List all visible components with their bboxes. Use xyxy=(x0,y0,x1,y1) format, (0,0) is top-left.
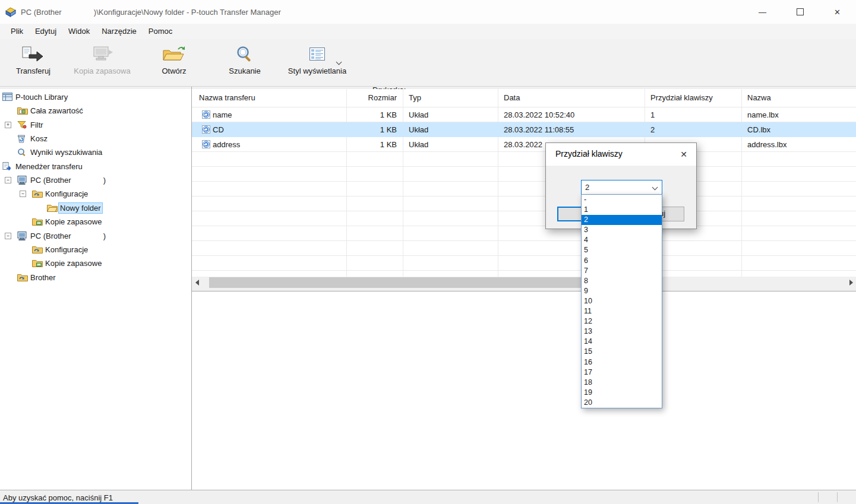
toolbar-button-transferuj[interactable]: Transferuj xyxy=(6,43,61,82)
backup-icon xyxy=(62,43,143,65)
menu-item-widok[interactable]: Widok xyxy=(62,24,96,39)
dropdown-option-2[interactable]: 2 xyxy=(582,215,662,225)
dropdown-option-5[interactable]: 5 xyxy=(582,245,662,255)
window-controls: — ✕ xyxy=(744,0,856,24)
tree-item-cała-zawartość[interactable]: Cała zawartość xyxy=(0,104,191,118)
tree-item-kopie-zapasowe[interactable]: Kopie zapasowe xyxy=(0,256,191,270)
tree-item-kopie-zapasowe[interactable]: Kopie zapasowe xyxy=(0,215,191,229)
dropdown-option-7[interactable]: 7 xyxy=(582,266,662,276)
backup-folder-icon xyxy=(32,259,43,269)
cell-nazwa: address.lbx xyxy=(747,137,854,152)
minimize-button[interactable]: — xyxy=(744,0,781,24)
column-header-nazwa[interactable]: Nazwa xyxy=(747,89,854,107)
trash-icon xyxy=(17,134,26,145)
dialog-title-bar: Przydział klawiszy ✕ xyxy=(546,143,696,166)
dropdown-option-4[interactable]: 4 xyxy=(582,235,662,245)
scroll-right-arrow[interactable] xyxy=(846,277,856,289)
layout-file-icon xyxy=(202,125,210,135)
all-content-icon xyxy=(17,106,28,116)
key-dropdown-list: -1234567891011121314151617181920 xyxy=(581,194,662,408)
maximize-icon xyxy=(797,8,804,15)
chevron-down-icon xyxy=(652,185,658,191)
tree-item-label: Brother xyxy=(30,272,56,283)
tree-item-pc-brother[interactable]: −PC (Brother ) xyxy=(0,173,191,187)
toolbar-button-kopia-zapasowa: Kopia zapasowa xyxy=(62,43,143,82)
column-header-data[interactable]: Data xyxy=(504,89,639,107)
dropdown-option-15[interactable]: 15 xyxy=(582,347,662,357)
cell-rozmiar: 1 KB xyxy=(328,122,397,137)
cell-nazwa: CD.lbx xyxy=(747,122,854,137)
view-style-dropdown-icon[interactable] xyxy=(337,57,341,66)
dropdown-option-3[interactable]: 3 xyxy=(582,225,662,235)
tree-item-label: Nowy folder xyxy=(59,203,102,213)
tree-item-label: PC (Brother ) xyxy=(30,175,106,185)
tree-item-brother[interactable]: Brother xyxy=(0,271,191,284)
column-header-rozmiar[interactable]: Rozmiar xyxy=(328,89,397,107)
dropdown-option-20[interactable]: 20 xyxy=(582,398,662,408)
cell-typ: Układ xyxy=(409,107,492,122)
view-style-icon xyxy=(278,43,356,65)
dropdown-option-1[interactable]: 1 xyxy=(582,205,662,215)
dropdown-option-6[interactable]: 6 xyxy=(582,256,662,266)
tree-item-wyniki-wyszukiwania[interactable]: Wyniki wyszukiwania xyxy=(0,145,191,159)
backup-folder-icon xyxy=(32,217,43,227)
file-row-address[interactable]: address1 KBUkład28.03.2022address.lbx xyxy=(192,137,856,152)
dropdown-option-12[interactable]: 12 xyxy=(582,316,662,327)
close-button[interactable]: ✕ xyxy=(819,0,856,24)
tree-item-kosz[interactable]: Kosz xyxy=(0,132,191,145)
toolbar-button-label: Transferuj xyxy=(6,66,61,75)
tree-item-p-touch-library[interactable]: P-touch Library xyxy=(0,90,191,104)
dropdown-option-18[interactable]: 18 xyxy=(582,378,662,388)
menu-item-plik[interactable]: Plik xyxy=(5,24,29,39)
cell-rozmiar: 1 KB xyxy=(328,107,397,122)
dropdown-option-8[interactable]: 8 xyxy=(582,276,662,286)
column-header-przydział-klawiszy[interactable]: Przydział klawiszy xyxy=(650,89,735,107)
dropdown-option-9[interactable]: 9 xyxy=(582,286,662,296)
tree-item-label: P-touch Library xyxy=(15,92,68,102)
menu-item-pomoc[interactable]: Pomoc xyxy=(143,24,178,39)
cell-nazwa-transferu: CD xyxy=(213,122,327,137)
tree-collapse-icon[interactable]: − xyxy=(5,233,11,239)
maximize-button[interactable] xyxy=(781,0,819,24)
dropdown-option-16[interactable]: 16 xyxy=(582,357,662,367)
config-folder-icon xyxy=(32,189,43,199)
menu-item-narzędzie[interactable]: Narzędzie xyxy=(96,24,143,39)
dialog-close-button[interactable]: ✕ xyxy=(671,143,696,166)
menu-item-edytuj[interactable]: Edytuj xyxy=(29,24,62,39)
cell-typ: Układ xyxy=(409,137,492,152)
tree-item-konfiguracje[interactable]: Konfiguracje xyxy=(0,243,191,256)
tree-item-pc-brother[interactable]: −PC (Brother ) xyxy=(0,229,191,243)
column-header-typ[interactable]: Typ xyxy=(409,89,492,107)
preview-pane xyxy=(192,291,856,490)
app-icon xyxy=(5,7,16,17)
tree-item-konfiguracje[interactable]: −Konfiguracje xyxy=(0,187,191,201)
file-row-name[interactable]: name1 KBUkład28.03.2022 10:52:401name.lb… xyxy=(192,107,856,122)
dropdown-option-19[interactable]: 19 xyxy=(582,388,662,398)
left-triangle-icon xyxy=(195,280,199,286)
dropdown-option-13[interactable]: 13 xyxy=(582,327,662,337)
tree-collapse-icon[interactable]: − xyxy=(20,191,26,197)
dropdown-option-11[interactable]: 11 xyxy=(582,306,662,316)
dropdown-option-14[interactable]: 14 xyxy=(582,337,662,347)
tree-item-nowy-folder[interactable]: Nowy folder xyxy=(0,201,191,215)
toolbar-button-styl-wyświetlania[interactable]: Styl wyświetlania xyxy=(278,43,356,82)
scroll-left-arrow[interactable] xyxy=(192,277,202,289)
pc-icon xyxy=(17,176,28,186)
dropdown-option-17[interactable]: 17 xyxy=(582,367,662,378)
key-number-combobox[interactable]: 2 xyxy=(581,180,662,195)
horizontal-scrollbar[interactable] xyxy=(192,277,856,289)
tree-item-label: Filtr xyxy=(30,120,43,130)
tree-item-menedżer-transferu[interactable]: Menedżer transferu xyxy=(0,160,191,173)
layout-file-icon xyxy=(202,140,210,150)
dropdown-option-none[interactable]: - xyxy=(582,195,662,205)
tree-expand-icon[interactable]: + xyxy=(5,122,11,128)
tree-item-filtr[interactable]: +Filtr xyxy=(0,118,191,132)
column-header-nazwa-transferu[interactable]: Nazwa transferu xyxy=(199,89,327,107)
dropdown-option-10[interactable]: 10 xyxy=(582,296,662,306)
cell-nazwa-transferu: name xyxy=(213,107,327,122)
toolbar-button-szukanie[interactable]: Szukanie xyxy=(213,43,277,82)
toolbar-button-otwórz[interactable]: Otwórz xyxy=(143,43,205,82)
key-combobox-value: 2 xyxy=(585,183,589,192)
file-row-cd[interactable]: CD1 KBUkład28.03.2022 11:08:552CD.lbx xyxy=(192,122,856,137)
tree-collapse-icon[interactable]: − xyxy=(5,177,11,183)
